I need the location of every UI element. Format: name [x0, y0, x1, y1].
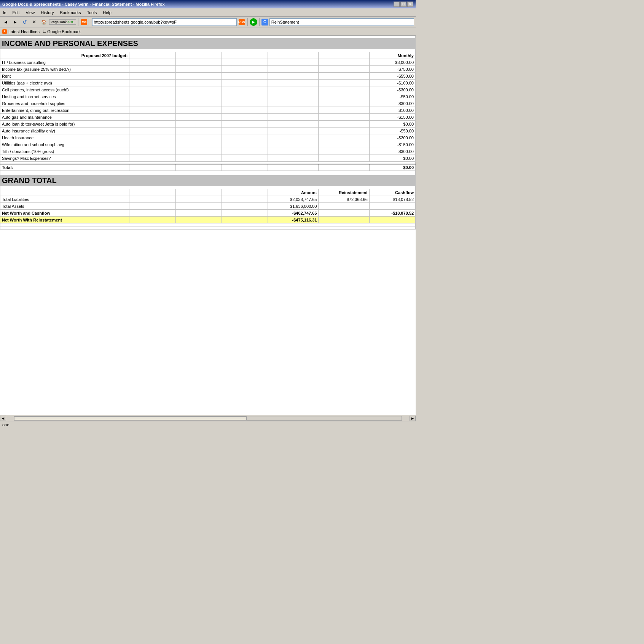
- stop-button[interactable]: ✕: [30, 18, 38, 26]
- scroll-right-button[interactable]: ►: [410, 416, 416, 421]
- table-row: Entertainment, dining out, recreation -$…: [0, 107, 416, 114]
- menu-edit[interactable]: Edit: [11, 10, 21, 15]
- pagerank-widget: PageRank ABC: [49, 19, 76, 25]
- net-worth-amount: -$402,747.65: [268, 210, 319, 217]
- income-header-row: Proposed 2007 budget: Monthly: [0, 52, 416, 59]
- table-row: Total Liabilities -$2,038,747.65 -$72,36…: [0, 196, 416, 203]
- row-value: -$150.00: [369, 114, 415, 121]
- scroll-left-button[interactable]: ◄: [0, 416, 6, 421]
- income-section-header: INCOME AND PERSONAL EXPENSES: [0, 38, 416, 49]
- menu-bookmarks[interactable]: Bookmarks: [58, 10, 82, 15]
- row-label: Tith / donations (10% gross): [0, 148, 129, 155]
- row-label: Total Liabilities: [0, 196, 129, 203]
- menu-bar: le Edit View History Bookmarks Tools Hel…: [0, 8, 416, 17]
- address-bar[interactable]: http://spreadsheets.google.com/pub?key=p…: [92, 18, 237, 26]
- headlines-icon: R: [2, 29, 7, 34]
- menu-help[interactable]: Help: [101, 10, 113, 15]
- close-button[interactable]: ✕: [407, 2, 413, 7]
- row-label: Rent: [0, 73, 129, 80]
- table-row: Auto insurance (liability only) -$50.00: [0, 128, 416, 134]
- spreadsheet-container: INCOME AND PERSONAL EXPENSES Proposed 20…: [0, 36, 416, 415]
- menu-history[interactable]: History: [39, 10, 55, 15]
- status-bar: one: [0, 421, 416, 428]
- row-label: Auto loan (bitter-sweet Jetta is paid fo…: [0, 121, 129, 128]
- home-button[interactable]: 🏠: [40, 18, 48, 26]
- menu-tools[interactable]: Tools: [85, 10, 98, 15]
- liabilities-cashflow: -$18,078.52: [369, 196, 415, 203]
- row-value: -$50.00: [369, 93, 415, 100]
- bookmark-google[interactable]: ☐ Google Bookmark: [43, 29, 81, 34]
- title-bar: Google Docs & Spreadsheets - Casey Serin…: [0, 0, 416, 8]
- toolbar-separator-3: [247, 18, 248, 26]
- row-value: -$100.00: [369, 107, 415, 114]
- bookmarks-bar: R Latest Headlines ☐ Google Bookmark: [0, 27, 416, 36]
- menu-file[interactable]: le: [2, 10, 8, 15]
- row-value: -$300.00: [369, 86, 415, 93]
- row-value: -$200.00: [369, 134, 415, 141]
- reinstatement-col-header: Reinstatement: [319, 189, 369, 196]
- liabilities-amount: -$2,038,747.65: [268, 196, 319, 203]
- grand-total-col-headers: Amount Reinstatement Cashflow: [0, 189, 416, 196]
- income-section-title: INCOME AND PERSONAL EXPENSES: [0, 38, 416, 49]
- table-row: [0, 223, 416, 226]
- net-worth-reinstatement-label: Net Worth With Reinstatement: [0, 217, 129, 223]
- scroll-track[interactable]: [14, 416, 402, 421]
- row-value: $0.00: [369, 155, 415, 162]
- table-row: Savings? Misc Expenses? $0.00: [0, 155, 416, 162]
- row-label: IT / business consulting: [0, 59, 129, 66]
- row-label: Total Assets: [0, 203, 129, 210]
- net-worth-reinstatement-row: Net Worth With Reinstatement -$475,116.3…: [0, 217, 416, 223]
- table-row: [0, 49, 416, 52]
- row-value: -$300.00: [369, 148, 415, 155]
- horizontal-scrollbar[interactable]: ◄ ►: [0, 415, 416, 421]
- rss-icon[interactable]: RSS: [81, 19, 87, 25]
- total-value: $0.00: [369, 164, 415, 171]
- table-row: Utilities (gas + electric avg) -$100.00: [0, 80, 416, 86]
- table-row: Hosting and internet services -$50.00: [0, 93, 416, 100]
- assets-amount: $1,636,000.00: [268, 203, 319, 210]
- grand-total-title: GRAND TOTAL: [0, 175, 416, 186]
- row-label: Health Insurance: [0, 134, 129, 141]
- window-title: Google Docs & Spreadsheets - Casey Serin…: [2, 2, 165, 6]
- row-value: $3,000.00: [369, 59, 415, 66]
- pagerank-abc: ABC: [67, 20, 75, 24]
- row-value: -$150.00: [369, 141, 415, 148]
- bookmark-latest-headlines[interactable]: R Latest Headlines: [2, 29, 40, 34]
- table-row: Tith / donations (10% gross) -$300.00: [0, 148, 416, 155]
- net-worth-row: Net Worth and Cashflow -$402,747.65 -$18…: [0, 210, 416, 217]
- table-row: Groceries and household supplies -$300.0…: [0, 100, 416, 107]
- scroll-thumb[interactable]: [14, 416, 247, 420]
- row-label: Savings? Misc Expenses?: [0, 155, 129, 162]
- net-worth-reinstatement-amount: -$475,116.31: [268, 217, 319, 223]
- feed-icon[interactable]: RSS: [239, 19, 245, 25]
- total-label: Total:: [0, 164, 129, 171]
- table-row: Rent -$550.00: [0, 73, 416, 80]
- menu-view[interactable]: View: [24, 10, 37, 15]
- row-label: Utilities (gas + electric avg): [0, 80, 129, 86]
- table-row: Income tax (assume 25% with ded.?) -$750…: [0, 66, 416, 73]
- row-value: -$300.00: [369, 100, 415, 107]
- bookmark-headlines-label: Latest Headlines: [8, 29, 40, 34]
- row-label: Auto gas and maintenance: [0, 114, 129, 121]
- row-label: Income tax (assume 25% with ded.?): [0, 66, 129, 73]
- address-text: http://spreadsheets.google.com/pub?key=p…: [94, 20, 235, 24]
- table-row: Cell phones, internet access (ouch!) -$3…: [0, 86, 416, 93]
- search-bar[interactable]: ReinStatement: [269, 18, 414, 26]
- forward-button[interactable]: ►: [11, 18, 19, 26]
- row-label: Cell phones, internet access (ouch!): [0, 86, 129, 93]
- google-icon: G: [261, 19, 268, 26]
- spreadsheet-table: INCOME AND PERSONAL EXPENSES Proposed 20…: [0, 36, 416, 230]
- total-row: Total: $0.00: [0, 164, 416, 171]
- table-row: IT / business consulting $3,000.00: [0, 59, 416, 66]
- back-button[interactable]: ◄: [2, 18, 10, 26]
- maximize-button[interactable]: □: [400, 2, 406, 7]
- go-button[interactable]: ▶: [250, 18, 257, 26]
- toolbar: ◄ ► ↺ ✕ 🏠 PageRank ABC RSS http://spread…: [0, 17, 416, 27]
- toolbar-separator-4: [259, 18, 260, 26]
- status-text: one: [2, 422, 9, 427]
- table-row: [0, 226, 416, 230]
- bookmark-google-label: Google Bookmark: [47, 29, 81, 34]
- minimize-button[interactable]: _: [394, 2, 400, 7]
- reload-button[interactable]: ↺: [21, 18, 29, 26]
- table-row: [0, 186, 416, 189]
